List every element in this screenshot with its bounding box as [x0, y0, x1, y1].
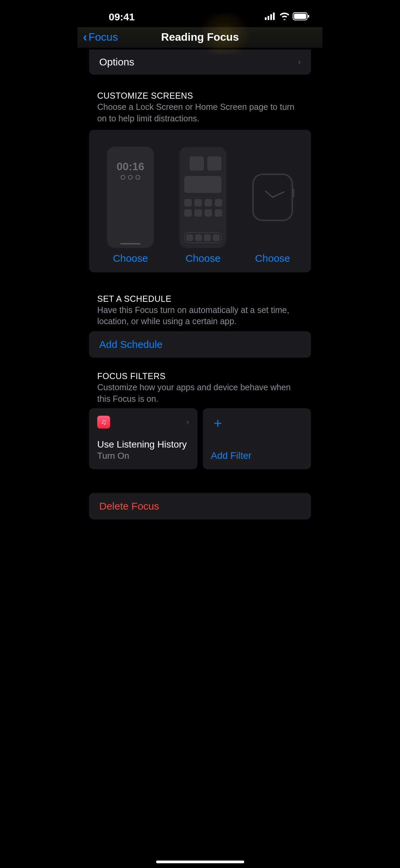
- nav-bar: ‹ Focus Reading Focus: [78, 27, 322, 47]
- cellular-icon: [265, 13, 276, 21]
- music-filter-card[interactable]: ♫ › Use Listening History Turn On: [89, 408, 197, 469]
- home-screen-preview[interactable]: [180, 147, 226, 248]
- wifi-icon: [279, 13, 290, 21]
- music-icon: ♫: [97, 416, 110, 429]
- music-filter-title: Use Listening History: [97, 439, 189, 450]
- filters-title: FOCUS FILTERS: [97, 371, 303, 381]
- plus-icon: ＋: [211, 416, 303, 429]
- lock-screen-option: 00:16 Choose: [107, 147, 154, 264]
- content: Options › CUSTOMIZE SCREENS Choose a Loc…: [78, 50, 322, 574]
- schedule-desc: Have this Focus turn on automatically at…: [97, 304, 303, 328]
- choose-watch-button[interactable]: Choose: [255, 253, 290, 264]
- page-title: Reading Focus: [161, 31, 239, 43]
- screens-card: 00:16 Choose Choose Ch: [89, 130, 311, 272]
- status-bar: 09:41: [78, 0, 322, 27]
- lock-preview-widgets: [121, 175, 140, 180]
- schedule-header: SET A SCHEDULE Have this Focus turn on a…: [97, 294, 303, 328]
- svg-rect-6: [308, 15, 309, 18]
- lock-screen-preview[interactable]: 00:16: [107, 147, 154, 248]
- watch-preview[interactable]: [252, 174, 293, 221]
- customize-desc: Choose a Lock Screen or Home Screen page…: [97, 101, 303, 124]
- options-label: Options: [99, 56, 134, 68]
- filters-row: ♫ › Use Listening History Turn On ＋ Add …: [89, 408, 311, 469]
- filters-header: FOCUS FILTERS Customize how your apps an…: [97, 371, 303, 405]
- delete-card: Delete Focus: [89, 493, 311, 519]
- chevron-right-icon: ›: [187, 417, 189, 427]
- home-indicator[interactable]: [156, 861, 244, 863]
- svg-rect-3: [273, 13, 275, 20]
- lock-preview-time: 00:16: [117, 160, 144, 173]
- schedule-title: SET A SCHEDULE: [97, 294, 303, 304]
- add-filter-card[interactable]: ＋ Add Filter: [203, 408, 311, 469]
- customize-header: CUSTOMIZE SCREENS Choose a Lock Screen o…: [97, 91, 303, 124]
- back-button[interactable]: ‹ Focus: [83, 31, 118, 43]
- status-icons: [265, 12, 310, 22]
- svg-rect-1: [268, 16, 269, 20]
- home-screen-option: Choose: [180, 147, 226, 264]
- watch-option: Choose: [252, 147, 293, 264]
- svg-rect-2: [270, 14, 272, 20]
- add-filter-label: Add Filter: [211, 450, 303, 461]
- choose-home-button[interactable]: Choose: [186, 253, 220, 264]
- svg-rect-0: [265, 17, 267, 20]
- add-schedule-button[interactable]: Add Schedule: [89, 331, 311, 358]
- music-filter-sub: Turn On: [97, 451, 189, 461]
- choose-lock-button[interactable]: Choose: [113, 253, 148, 264]
- options-row[interactable]: Options ›: [89, 50, 311, 75]
- filters-desc: Customize how your apps and device behav…: [97, 382, 303, 405]
- schedule-card: Add Schedule: [89, 331, 311, 358]
- delete-focus-button[interactable]: Delete Focus: [99, 500, 301, 512]
- battery-icon: [293, 12, 310, 22]
- svg-rect-5: [294, 14, 306, 19]
- status-time: 09:41: [109, 11, 135, 23]
- back-label: Focus: [88, 31, 118, 43]
- chevron-right-icon: ›: [298, 57, 301, 67]
- options-card: Options ›: [89, 50, 311, 75]
- customize-title: CUSTOMIZE SCREENS: [97, 91, 303, 101]
- chevron-left-icon: ‹: [83, 31, 87, 43]
